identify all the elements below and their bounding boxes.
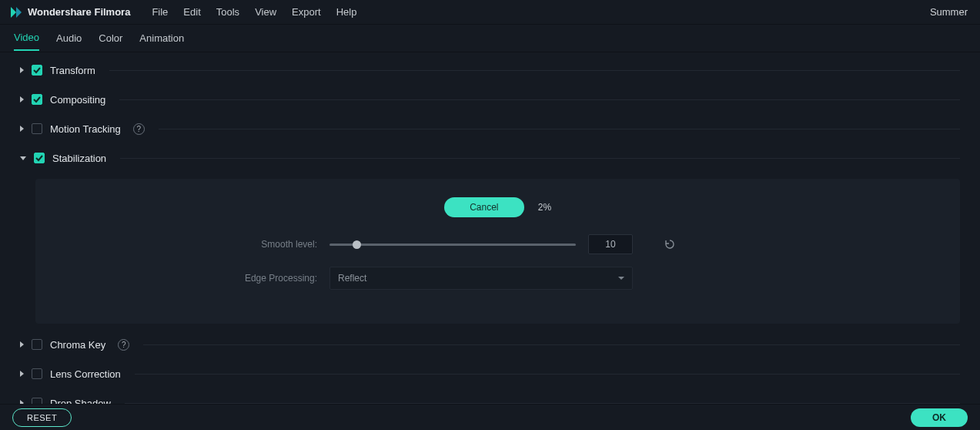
label-stabilization: Stabilization (52, 153, 106, 164)
edge-processing-value: Reflect (338, 273, 366, 284)
chevron-right-icon (20, 400, 24, 404)
section-lens-correction[interactable]: Lens Correction (0, 359, 980, 388)
tab-color[interactable]: Color (99, 26, 122, 50)
chevron-right-icon (20, 96, 24, 102)
smooth-level-label: Smooth level: (63, 239, 317, 250)
section-motion-tracking[interactable]: Motion Tracking ? (0, 114, 980, 143)
smooth-level-slider[interactable] (329, 244, 576, 246)
help-icon[interactable]: ? (133, 123, 145, 135)
section-chroma-key[interactable]: Chroma Key ? (0, 330, 980, 359)
menu-help[interactable]: Help (336, 6, 357, 18)
section-drop-shadow[interactable]: Drop Shadow (0, 388, 980, 404)
checkbox-transform[interactable] (32, 65, 42, 76)
divider (109, 70, 960, 71)
checkbox-lens-correction[interactable] (32, 368, 42, 379)
edge-processing-select[interactable]: Reflect (329, 267, 633, 290)
app-logo: Wondershare Filmora (9, 5, 130, 19)
checkbox-chroma-key[interactable] (32, 339, 42, 350)
divider (125, 403, 960, 404)
chevron-right-icon (20, 371, 24, 377)
filmora-icon (9, 5, 23, 19)
stabilization-panel: Cancel 2% Smooth level: Edge Processing:… (35, 179, 960, 324)
main-menu: File Edit Tools View Export Help (152, 6, 356, 18)
section-compositing[interactable]: Compositing (0, 85, 980, 114)
footer-bar: RESET OK (0, 404, 980, 430)
titlebar: Wondershare Filmora File Edit Tools View… (0, 0, 980, 25)
chevron-down-icon (20, 156, 26, 160)
project-name: Summer (930, 6, 968, 18)
chevron-right-icon (20, 126, 24, 132)
property-tabs: Video Audio Color Animation (0, 25, 980, 52)
menu-view[interactable]: View (255, 6, 276, 18)
divider (159, 129, 960, 129)
label-motion-tracking: Motion Tracking (50, 123, 121, 135)
label-compositing: Compositing (50, 94, 105, 106)
settings-body[interactable]: Transform Compositing Motion Tracking ? … (0, 52, 980, 404)
reset-button[interactable]: RESET (12, 408, 72, 427)
menu-edit[interactable]: Edit (183, 6, 200, 18)
edge-processing-label: Edge Processing: (63, 273, 317, 284)
smooth-level-input[interactable] (588, 234, 633, 254)
menu-tools[interactable]: Tools (216, 6, 239, 18)
checkbox-drop-shadow[interactable] (32, 398, 42, 404)
menu-file[interactable]: File (152, 6, 168, 18)
label-lens-correction: Lens Correction (50, 368, 121, 380)
chevron-right-icon (20, 341, 24, 348)
slider-thumb[interactable] (353, 240, 361, 249)
label-transform: Transform (50, 65, 95, 76)
divider (120, 158, 960, 159)
app-name: Wondershare Filmora (28, 6, 130, 18)
tab-video[interactable]: Video (14, 25, 39, 51)
checkbox-stabilization[interactable] (34, 153, 45, 163)
chevron-down-icon (618, 277, 624, 280)
reset-icon[interactable] (664, 238, 676, 250)
divider (119, 99, 960, 100)
label-drop-shadow: Drop Shadow (50, 398, 111, 405)
progress-text: 2% (538, 202, 551, 213)
tab-animation[interactable]: Animation (139, 26, 184, 50)
cancel-button[interactable]: Cancel (444, 197, 524, 217)
checkbox-compositing[interactable] (32, 94, 42, 105)
section-stabilization[interactable]: Stabilization (0, 143, 980, 173)
label-chroma-key: Chroma Key (50, 339, 105, 351)
tab-audio[interactable]: Audio (56, 26, 82, 50)
menu-export[interactable]: Export (292, 6, 321, 18)
divider (143, 344, 960, 345)
chevron-right-icon (20, 67, 24, 73)
help-icon[interactable]: ? (118, 339, 129, 351)
checkbox-motion-tracking[interactable] (32, 123, 42, 134)
section-transform[interactable]: Transform (0, 55, 980, 85)
ok-button[interactable]: OK (911, 408, 968, 427)
divider (135, 374, 960, 375)
